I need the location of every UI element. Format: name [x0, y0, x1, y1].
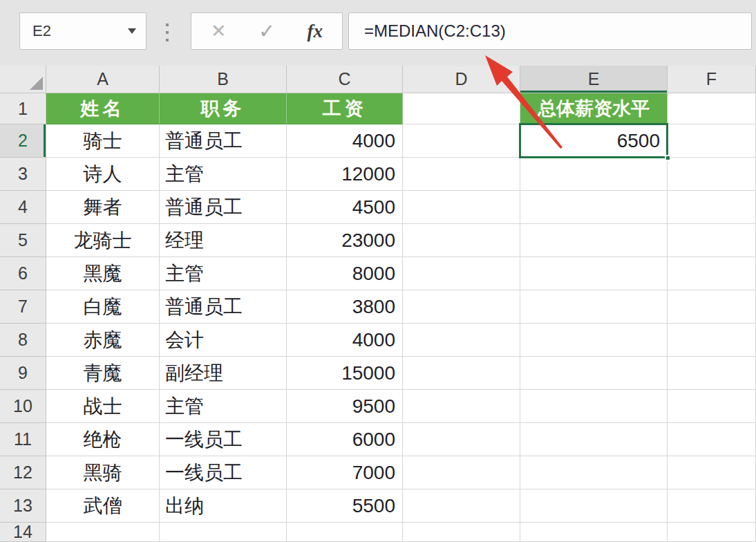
- cell-F10[interactable]: [668, 390, 756, 423]
- cell-A5[interactable]: 龙骑士: [46, 224, 160, 257]
- row-header-10[interactable]: 10: [0, 390, 46, 423]
- cell-B2[interactable]: 普通员工: [160, 124, 287, 158]
- cell-F1[interactable]: [668, 93, 756, 124]
- cell-A8[interactable]: 赤魔: [46, 324, 160, 357]
- row-header-12[interactable]: 12: [0, 456, 46, 489]
- cell-F8[interactable]: [668, 324, 756, 357]
- row-header-1[interactable]: 1: [0, 93, 46, 124]
- cell-C4[interactable]: 4500: [287, 191, 403, 224]
- cell-F5[interactable]: [668, 224, 756, 257]
- cell-C6[interactable]: 8000: [287, 257, 403, 290]
- cell-E11[interactable]: [520, 423, 668, 456]
- cell-F12[interactable]: [668, 456, 756, 489]
- cell-B8[interactable]: 会计: [160, 324, 287, 357]
- row-header-2[interactable]: 2: [0, 124, 46, 158]
- cancel-icon[interactable]: ✕: [211, 20, 227, 42]
- cell-E13[interactable]: [520, 489, 668, 523]
- cell-C10[interactable]: 9500: [287, 390, 403, 423]
- cell-A6[interactable]: 黑魔: [46, 257, 160, 290]
- cell-D3[interactable]: [403, 158, 520, 191]
- cell-F9[interactable]: [668, 357, 756, 390]
- cell-E8[interactable]: [520, 324, 668, 357]
- cell-D4[interactable]: [403, 191, 520, 224]
- cell-B14[interactable]: [160, 523, 287, 542]
- cell-E7[interactable]: [520, 290, 668, 324]
- cell-E3[interactable]: [520, 158, 668, 191]
- column-header-E[interactable]: E: [520, 66, 668, 93]
- cell-C12[interactable]: 7000: [287, 456, 403, 489]
- name-box[interactable]: E2: [19, 12, 147, 50]
- cell-F2[interactable]: [668, 124, 756, 158]
- cell-B11[interactable]: 一线员工: [160, 423, 287, 456]
- cell-A9[interactable]: 青魔: [46, 357, 160, 390]
- cell-A7[interactable]: 白魔: [46, 290, 160, 324]
- cell-E1[interactable]: 总体薪资水平: [520, 93, 668, 124]
- insert-function-icon[interactable]: fx: [308, 21, 323, 42]
- cell-B12[interactable]: 一线员工: [160, 456, 287, 489]
- cell-D7[interactable]: [403, 290, 520, 324]
- cell-C7[interactable]: 3800: [287, 290, 403, 324]
- cell-D13[interactable]: [403, 489, 520, 523]
- cell-B1[interactable]: 职务: [160, 93, 287, 124]
- cell-A13[interactable]: 武僧: [46, 489, 160, 523]
- cell-C8[interactable]: 4000: [287, 324, 403, 357]
- column-header-B[interactable]: B: [160, 66, 287, 93]
- cell-A11[interactable]: 绝枪: [46, 423, 160, 456]
- cell-C2[interactable]: 4000: [287, 124, 403, 158]
- cell-F3[interactable]: [668, 158, 756, 191]
- row-header-7[interactable]: 7: [0, 290, 46, 324]
- cell-D5[interactable]: [403, 224, 520, 257]
- cell-A1[interactable]: 姓名: [46, 93, 160, 124]
- row-header-13[interactable]: 13: [0, 489, 46, 523]
- cell-D14[interactable]: [403, 523, 520, 542]
- cell-E12[interactable]: [520, 456, 668, 489]
- cell-C1[interactable]: 工资: [287, 93, 403, 124]
- cell-D2[interactable]: [403, 124, 520, 158]
- cell-A3[interactable]: 诗人: [46, 158, 160, 191]
- cell-B4[interactable]: 普通员工: [160, 191, 287, 224]
- cell-E4[interactable]: [520, 191, 668, 224]
- cell-D12[interactable]: [403, 456, 520, 489]
- cell-D1[interactable]: [403, 93, 520, 124]
- cell-D6[interactable]: [403, 257, 520, 290]
- cell-B3[interactable]: 主管: [160, 158, 287, 191]
- column-header-C[interactable]: C: [287, 66, 403, 93]
- cell-D11[interactable]: [403, 423, 520, 456]
- cell-A12[interactable]: 黑骑: [46, 456, 160, 489]
- cell-F6[interactable]: [668, 257, 756, 290]
- cell-A2[interactable]: 骑士: [46, 124, 160, 158]
- cell-B9[interactable]: 副经理: [160, 357, 287, 390]
- cell-E2[interactable]: 6500: [520, 124, 668, 158]
- cell-F13[interactable]: [668, 489, 756, 523]
- select-all-corner[interactable]: [0, 66, 46, 93]
- row-header-6[interactable]: 6: [0, 257, 46, 290]
- row-header-8[interactable]: 8: [0, 324, 46, 357]
- cell-B5[interactable]: 经理: [160, 224, 287, 257]
- row-header-14[interactable]: 14: [0, 523, 46, 542]
- cell-C3[interactable]: 12000: [287, 158, 403, 191]
- formula-bar[interactable]: =MEDIAN(C2:C13): [348, 12, 752, 50]
- row-header-4[interactable]: 4: [0, 191, 46, 224]
- cell-A10[interactable]: 战士: [46, 390, 160, 423]
- cell-D8[interactable]: [403, 324, 520, 357]
- row-header-5[interactable]: 5: [0, 224, 46, 257]
- column-header-A[interactable]: A: [46, 66, 160, 93]
- cell-D9[interactable]: [403, 357, 520, 390]
- row-header-9[interactable]: 9: [0, 357, 46, 390]
- cell-C9[interactable]: 15000: [287, 357, 403, 390]
- cell-B7[interactable]: 普通员工: [160, 290, 287, 324]
- cell-E6[interactable]: [520, 257, 668, 290]
- chevron-down-icon[interactable]: [128, 28, 136, 34]
- cell-F11[interactable]: [668, 423, 756, 456]
- cell-F4[interactable]: [668, 191, 756, 224]
- confirm-icon[interactable]: ✓: [258, 19, 275, 43]
- cell-E14[interactable]: [520, 523, 668, 542]
- cell-B13[interactable]: 出纳: [160, 489, 287, 523]
- cell-A14[interactable]: [46, 523, 160, 542]
- row-header-3[interactable]: 3: [0, 158, 46, 191]
- cell-E5[interactable]: [520, 224, 668, 257]
- cell-A4[interactable]: 舞者: [46, 191, 160, 224]
- cell-C14[interactable]: [287, 523, 403, 542]
- cell-E10[interactable]: [520, 390, 668, 423]
- cell-C11[interactable]: 6000: [287, 423, 403, 456]
